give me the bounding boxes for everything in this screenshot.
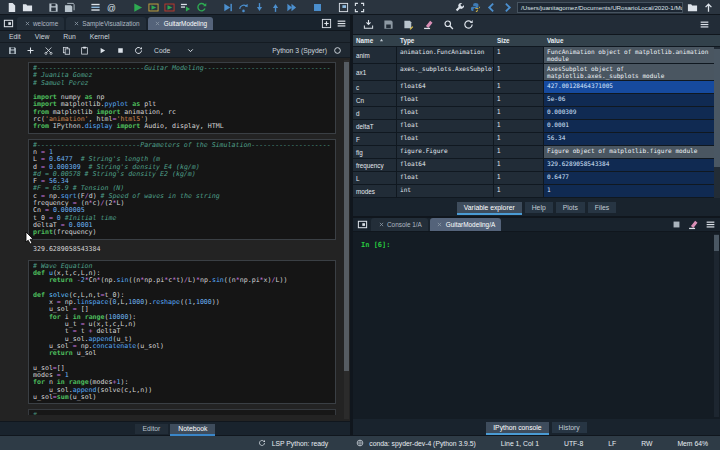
variable-table-scrollbar[interactable] — [714, 47, 720, 198]
variable-name[interactable]: ax1 — [353, 64, 397, 80]
erase-variables-icon[interactable] — [422, 18, 435, 31]
run-small-icon[interactable] — [96, 44, 109, 57]
rerun-cell-icon[interactable] — [195, 1, 208, 14]
import-data-icon[interactable] — [362, 18, 375, 31]
editor-dock-tab[interactable]: Editor — [135, 424, 169, 434]
browse-tabs-icon[interactable] — [2, 17, 15, 30]
variable-row[interactable]: figfigure.Figure1Figure object of matplo… — [353, 146, 720, 159]
variable-name[interactable]: frequency — [353, 159, 397, 171]
variable-value[interactable]: 0.6477 — [544, 172, 720, 184]
variable-name[interactable]: F — [353, 133, 397, 145]
variable-name[interactable]: L — [353, 172, 397, 184]
panel-tab[interactable]: Plots — [556, 202, 585, 213]
variable-size[interactable]: 1 — [494, 120, 544, 132]
variable-value[interactable]: 1 — [544, 185, 720, 197]
variable-type[interactable]: float — [397, 107, 494, 119]
preferences-icon[interactable] — [453, 1, 466, 14]
console-scrollbar-thumb[interactable] — [714, 235, 719, 251]
variable-type[interactable]: float — [397, 172, 494, 184]
stop-small-icon[interactable] — [114, 44, 127, 57]
variable-name[interactable]: Cn — [353, 94, 397, 106]
variable-size[interactable]: 1 — [494, 185, 544, 197]
variable-type[interactable]: float — [397, 133, 494, 145]
variable-value[interactable]: 427.00128464371005 — [544, 81, 720, 93]
add-cell-icon[interactable] — [24, 44, 37, 57]
back-icon[interactable] — [485, 1, 498, 14]
console-dock-tab[interactable]: IPython console — [486, 422, 548, 433]
search-icon[interactable] — [442, 18, 455, 31]
save-data-as-icon[interactable] — [402, 18, 415, 31]
variable-size[interactable]: 1 — [494, 107, 544, 119]
variable-value[interactable]: Figure object of matplotlib.figure modul… — [544, 146, 720, 158]
variable-size[interactable]: 1 — [494, 159, 544, 171]
options-icon[interactable] — [335, 17, 348, 30]
console-body[interactable]: In [6]: — [353, 232, 720, 419]
variable-type[interactable]: float — [397, 120, 494, 132]
variable-size[interactable]: 1 — [494, 146, 544, 158]
variable-row[interactable]: ax1axes._subplots.AxesSubplot1AxesSubplo… — [353, 64, 720, 81]
notebook-cell[interactable]: #---------------------------------------… — [28, 409, 336, 415]
panel-tab[interactable]: Help — [525, 202, 553, 213]
variable-row[interactable]: Ffloat156.34 — [353, 133, 720, 146]
interrupt-kernel-icon[interactable] — [670, 218, 683, 231]
menu-view[interactable]: View — [35, 33, 50, 40]
working-directory-input[interactable]: /Users/juanitagomez/Documents/URosarioLo… — [517, 2, 683, 13]
variable-value[interactable]: 329.6289058543384 — [544, 159, 720, 171]
fullscreen-icon[interactable] — [353, 1, 366, 14]
editor-tab[interactable]: SampleVisualization — [66, 17, 145, 30]
variable-row[interactable]: Lfloat10.6477 — [353, 172, 720, 185]
file-switcher-icon[interactable] — [89, 1, 102, 14]
maximize-pane-icon[interactable] — [337, 1, 350, 14]
close-tab-icon[interactable] — [23, 20, 31, 28]
notebook-cell[interactable]: [2]:#--------------------------Parameter… — [28, 139, 336, 240]
variable-size[interactable]: 1 — [494, 47, 544, 63]
run-file-icon[interactable] — [131, 1, 144, 14]
notebook-area[interactable]: [1]:#---------------------------Guitar M… — [0, 58, 350, 421]
status-item[interactable]: LSP Python: ready — [256, 437, 329, 450]
variable-name[interactable]: d — [353, 107, 397, 119]
panel-tab[interactable]: Files — [588, 202, 616, 213]
variable-name[interactable]: modes — [353, 185, 397, 197]
notebook-cell[interactable]: [3]:# Wave Equationdef u(x,t,c,L,n): ret… — [28, 260, 336, 405]
open-folder-icon[interactable] — [21, 1, 34, 14]
variable-value[interactable]: 0.0001 — [544, 120, 720, 132]
variable-type[interactable]: float64 — [397, 159, 494, 171]
column-header-name[interactable]: Name — [353, 35, 397, 47]
variable-size[interactable]: 1 — [494, 81, 544, 93]
status-item[interactable]: Line 1, Col 1 — [501, 440, 539, 447]
open-folder-icon[interactable] — [686, 1, 699, 14]
editor-dock-tab[interactable]: Notebook — [170, 424, 215, 434]
step-into-icon[interactable] — [253, 1, 266, 14]
status-item[interactable]: Mem 64% — [677, 440, 708, 447]
variable-size[interactable]: 1 — [494, 94, 544, 106]
find-symbols-icon[interactable]: @ — [105, 1, 118, 14]
status-item[interactable]: LF — [608, 440, 616, 447]
chevron-down-icon[interactable] — [184, 44, 197, 57]
python-path-icon[interactable] — [469, 1, 482, 14]
variable-size[interactable]: 1 — [494, 64, 544, 80]
variable-type[interactable]: float — [397, 94, 494, 106]
paste-icon[interactable] — [78, 44, 91, 57]
close-tab-icon[interactable] — [154, 20, 162, 28]
variable-row[interactable]: dfloat10.000309 — [353, 107, 720, 120]
variable-row[interactable]: cfloat641427.00128464371005 — [353, 81, 720, 94]
new-file-icon[interactable] — [5, 1, 18, 14]
variable-row[interactable]: deltaTfloat10.0001 — [353, 120, 720, 133]
variable-type[interactable]: int — [397, 185, 494, 197]
variable-table-scrollbar-thumb[interactable] — [714, 49, 720, 167]
variable-value[interactable]: FuncAnimation object of matplotlib.anima… — [544, 47, 720, 63]
notebook-cell[interactable]: [1]:#---------------------------Guitar M… — [28, 62, 336, 134]
new-tab-icon[interactable] — [320, 17, 333, 30]
menu-run[interactable]: Run — [63, 33, 75, 40]
up-icon[interactable] — [702, 1, 715, 14]
notebook-scrollbar[interactable] — [344, 60, 349, 419]
refresh-icon[interactable] — [462, 18, 475, 31]
status-item[interactable]: RW — [641, 440, 652, 447]
variable-type[interactable]: axes._subplots.AxesSubplot — [397, 64, 494, 80]
save-all-icon[interactable] — [63, 1, 76, 14]
step-return-icon[interactable] — [269, 1, 282, 14]
options-icon[interactable] — [698, 18, 711, 31]
forward-icon[interactable] — [501, 1, 514, 14]
panel-tab[interactable]: Variable explorer — [457, 202, 522, 213]
debug-file-icon[interactable] — [221, 1, 234, 14]
